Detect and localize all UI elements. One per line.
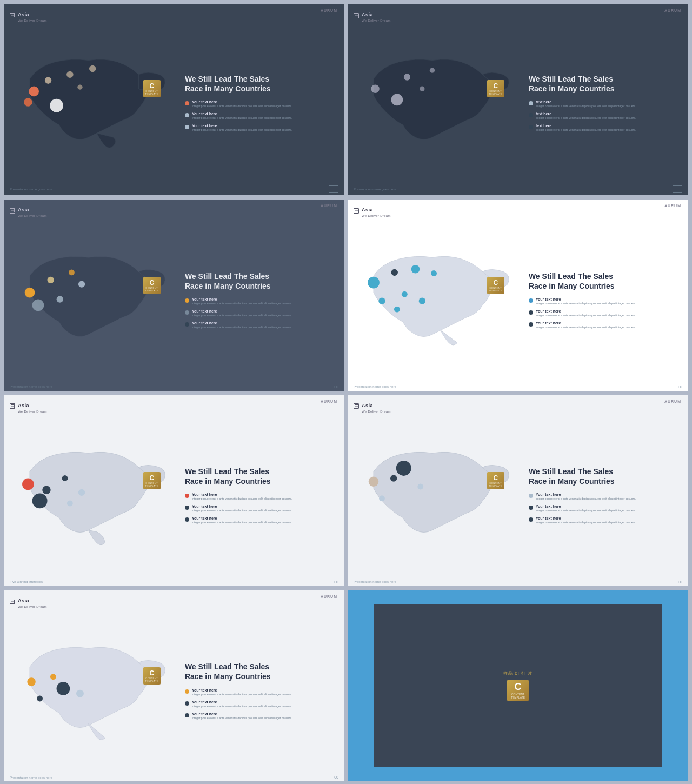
svg-point-7 (50, 99, 63, 112)
svg-point-26 (368, 277, 380, 289)
svg-point-36 (22, 478, 34, 490)
badge-4: C CONTENTTEMPLATE (487, 277, 504, 294)
brand-text-2: Asia We Deliver Dream (362, 9, 391, 22)
bullet-content-1-2: Your text here Integer posuere erat a an… (192, 112, 292, 120)
brand-icon-3 (10, 208, 15, 214)
bullet-7-1: Your text here Integer posuere erat a an… (185, 688, 335, 696)
svg-point-33 (394, 307, 400, 313)
brand-subtitle-3: We Deliver Dream (18, 214, 47, 217)
svg-point-46 (396, 460, 411, 475)
slide-6-content: C CONTENTTEMPLATE We Still Lead The Sale… (348, 415, 688, 578)
map-area-4: C CONTENTTEMPLATE (357, 220, 524, 382)
bullet-content-3-3: Your text here Integer posuere erat a an… (192, 321, 292, 329)
bullet-6-2: Your text here Integer posuere erat a an… (529, 504, 679, 513)
bullet-6-3: Your text here Integer posuere erat a an… (529, 516, 679, 524)
brand-icon-6 (354, 403, 359, 409)
bullet-dot-6-3 (529, 517, 533, 522)
bullet-text-1-3: Integer posuere erat a ante venenatis da… (192, 128, 292, 132)
badge-letter-6: C (493, 474, 498, 482)
bullet-title-2-3: text here (536, 124, 636, 128)
svg-point-4 (66, 71, 73, 78)
footer-left-3: Presentation name goes here (10, 385, 52, 388)
bullet-title-3-1: Your text here (192, 297, 292, 301)
preview-label: 样品 幻 灯 片 (503, 670, 533, 676)
brand-icon (10, 13, 15, 18)
footer-left-2: Presentation name goes here (354, 188, 396, 191)
bullet-dot-5-2 (185, 506, 189, 510)
asia-map-6 (357, 415, 524, 578)
bullet-content-6-3: Your text here Integer posuere erat a an… (536, 516, 636, 524)
bullet-text-4-2: Integer posuere erat a ante venenatis da… (536, 314, 636, 317)
aurum-label: AURUM (321, 9, 337, 12)
text-area-3: We Still Lead The SalesRace in Many Coun… (181, 271, 335, 331)
bullet-2-2: text here Integer posuere erat a ante ve… (529, 112, 679, 120)
footer-left-1: Presentation name goes here (10, 188, 52, 191)
bullet-3-3: Your text here Integer posuere erat a an… (185, 321, 335, 329)
bullet-title-2-2: text here (536, 112, 636, 116)
svg-point-13 (430, 68, 435, 72)
svg-point-14 (391, 94, 403, 106)
footer-box-1 (329, 185, 338, 193)
badge-3: C CONTENTTEMPLATE (143, 277, 161, 294)
slide-title-4: We Still Lead The SalesRace in Many Coun… (529, 271, 679, 291)
bullet-text-7-3: Integer posuere erat a ante venenatis da… (192, 716, 292, 720)
bullet-7-2: Your text here Integer posuere erat a an… (185, 700, 335, 708)
bullet-content-2-2: text here Integer posuere erat a ante ve… (536, 112, 636, 120)
asia-map-7 (13, 610, 181, 773)
bullet-text-6-1: Integer posuere erat a ante venenatis da… (536, 497, 636, 501)
map-area-3: C CONTENTTEMPLATE (13, 220, 181, 382)
footer-num-4: 00 (678, 385, 682, 389)
bullet-dot-6-2 (529, 506, 533, 510)
bullet-5-2: Your text here Integer posuere erat a an… (185, 504, 335, 513)
brand-title-2: Asia (362, 12, 373, 17)
brand-text-4: Asia We Deliver Dream (362, 204, 391, 217)
asia-map-4 (357, 220, 524, 382)
bullet-text-4-1: Integer posuere erat a ante venenatis da… (536, 302, 636, 305)
bullet-content-5-3: Your text here Integer posuere erat a an… (192, 516, 292, 524)
bullet-content-4-2: Your text here Integer posuere erat a an… (536, 309, 636, 317)
bullet-dot-3-3 (185, 322, 189, 327)
footer-num-6: 00 (678, 580, 682, 584)
bullet-1-3: Your text here Integer posuere erat a an… (185, 124, 335, 132)
slide-5-footer: Five winning strategies 00 (4, 578, 344, 586)
brand-title: Asia (18, 12, 29, 17)
brand-subtitle-6: We Deliver Dream (362, 410, 391, 413)
brand-area-7: Asia We Deliver Dream (10, 595, 47, 608)
bullet-content-3-1: Your text here Integer posuere erat a an… (192, 297, 292, 305)
slide-7-content: C CONTENTTEMPLATE We Still Lead The Sale… (4, 610, 344, 773)
svg-point-23 (78, 281, 85, 288)
bullet-content-3-2: Your text here Integer posuere erat a an… (192, 309, 292, 317)
bullet-2-1: text here Integer posuere erat a ante ve… (529, 100, 679, 108)
slide-5: Asia We Deliver Dream AURUM C CONT (4, 395, 344, 586)
bullet-content-7-3: Your text here Integer posuere erat a an… (192, 712, 292, 720)
slide-4-header: Asia We Deliver Dream AURUM (348, 200, 688, 220)
svg-point-48 (379, 495, 385, 501)
brand-area-5: Asia We Deliver Dream (10, 400, 47, 413)
bullet-text-1-1: Integer posuere erat a ante venenatis da… (192, 104, 292, 108)
bullet-dot-1-1 (185, 101, 189, 105)
svg-point-44 (369, 476, 379, 487)
svg-point-54 (37, 695, 43, 701)
bullet-text-3-2: Integer posuere erat a ante venenatis da… (192, 314, 292, 317)
bullet-2-3: text here Integer posuere erat a ante ve… (529, 124, 679, 132)
bullet-title-1-2: Your text here (192, 112, 292, 116)
svg-point-55 (76, 690, 84, 697)
bullet-dot-4-2 (529, 310, 533, 315)
badge-sub-5: CONTENTTEMPLATE (145, 482, 158, 487)
badge-1: C CONTENTTEMPLATE (143, 80, 161, 97)
bullet-title-5-1: Your text here (192, 493, 292, 496)
svg-point-40 (78, 489, 85, 495)
slide-4-content: C CONTENTTEMPLATE We Still Lead The Sale… (348, 220, 688, 382)
bullet-dot-5-1 (185, 494, 189, 498)
bullet-content-4-1: Your text here Integer posuere erat a an… (536, 297, 636, 305)
slide-5-header: Asia We Deliver Dream AURUM (4, 395, 344, 415)
brand-icon-4 (354, 208, 359, 214)
brand-title-3: Asia (18, 207, 29, 212)
slide-7: Asia We Deliver Dream AURUM C CONTENTTEM… (4, 590, 344, 781)
slide-6: Asia We Deliver Dream AURUM C CONTENTTEM… (348, 395, 688, 586)
map-area-1: C CONTENTTEMPLATE (13, 24, 181, 183)
footer-num-3: 00 (334, 385, 338, 389)
svg-point-8 (77, 84, 82, 89)
bullet-dot-6-1 (529, 494, 533, 498)
bullet-title-2-1: text here (536, 100, 636, 104)
